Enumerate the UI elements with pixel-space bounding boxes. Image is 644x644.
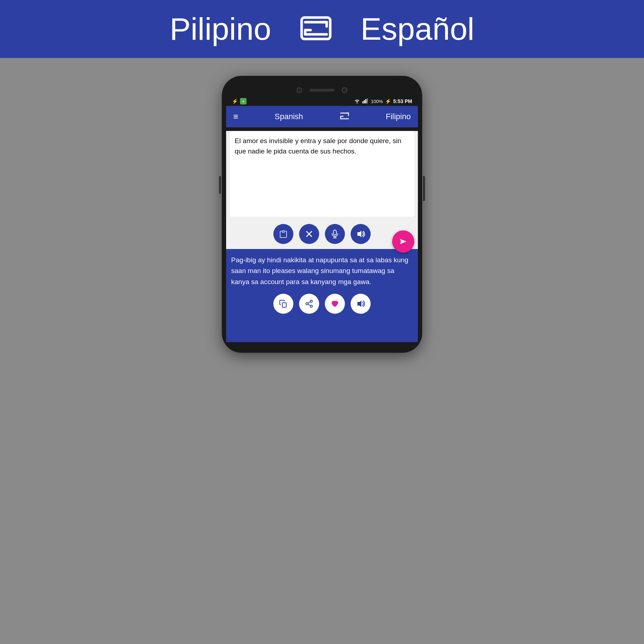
target-language[interactable]: Filipino (386, 112, 411, 121)
phone-body: ⚡ ● 1 (222, 76, 422, 353)
svg-rect-0 (302, 18, 330, 39)
output-share-button[interactable] (299, 294, 319, 314)
svg-point-20 (306, 303, 308, 305)
status-icons-right: 100% ⚡ 5:53 PM (354, 98, 412, 104)
battery-icon: ⚡ (385, 98, 391, 104)
status-bar: ⚡ ● 1 (226, 97, 418, 106)
time-display: 5:53 PM (393, 98, 412, 104)
send-button[interactable] (392, 230, 414, 253)
input-action-buttons (226, 220, 418, 249)
front-sensor (342, 87, 347, 93)
svg-rect-3 (362, 101, 364, 103)
svg-marker-24 (357, 301, 361, 307)
banner-swap-icon[interactable] (300, 16, 332, 42)
hamburger-menu[interactable]: ≡ (233, 112, 238, 122)
svg-rect-4 (364, 100, 365, 103)
svg-marker-17 (400, 239, 406, 244)
battery-text: 100% (371, 99, 383, 104)
output-text-area: Pag-ibig ay hindi nakikita at napupunta … (226, 249, 418, 342)
phone-screen: El amor es invisible y entra y sale por … (226, 131, 418, 342)
svg-rect-6 (367, 98, 368, 103)
app-bar-swap-icon[interactable] (340, 112, 350, 121)
power-button (423, 176, 425, 201)
app-bar: ≡ Spanish Filipino (226, 106, 418, 127)
source-language[interactable]: Spanish (275, 112, 303, 121)
input-text-content: El amor es invisible y entra y sale por … (235, 136, 409, 156)
svg-rect-18 (282, 303, 286, 307)
usb-icon: ⚡ (232, 98, 238, 104)
signal-icon (362, 98, 369, 104)
svg-rect-5 (365, 99, 366, 103)
front-camera (297, 87, 302, 93)
output-sound-button[interactable] (351, 294, 371, 314)
svg-line-23 (308, 302, 311, 303)
output-text-content: Pag-ibig ay hindi nakikita at napupunta … (231, 255, 413, 287)
svg-line-22 (308, 304, 311, 306)
phone-mockup: ⚡ ● 1 (222, 76, 422, 353)
volume-button (219, 176, 221, 194)
input-sound-button[interactable] (351, 224, 371, 244)
banner-lang-left: Pilipino (170, 11, 271, 47)
svg-point-19 (310, 300, 312, 302)
svg-marker-16 (357, 231, 361, 237)
phone-top (226, 83, 418, 97)
top-banner: Pilipino Español (0, 0, 644, 58)
svg-rect-13 (333, 230, 336, 235)
notification-icon: ● (240, 98, 247, 104)
output-favorite-button[interactable] (325, 294, 345, 314)
input-text-area[interactable]: El amor es invisible y entra y sale por … (230, 131, 414, 217)
svg-point-21 (310, 305, 312, 307)
status-icons-left: ⚡ ● (232, 98, 247, 104)
output-action-buttons (231, 287, 413, 317)
mic-button[interactable] (325, 224, 345, 244)
phone-speaker (309, 89, 335, 92)
wifi-icon (354, 98, 360, 104)
clipboard-button[interactable] (273, 224, 293, 244)
output-copy-button[interactable] (273, 294, 293, 314)
clear-button[interactable] (299, 224, 319, 244)
banner-lang-right: Español (361, 11, 474, 47)
